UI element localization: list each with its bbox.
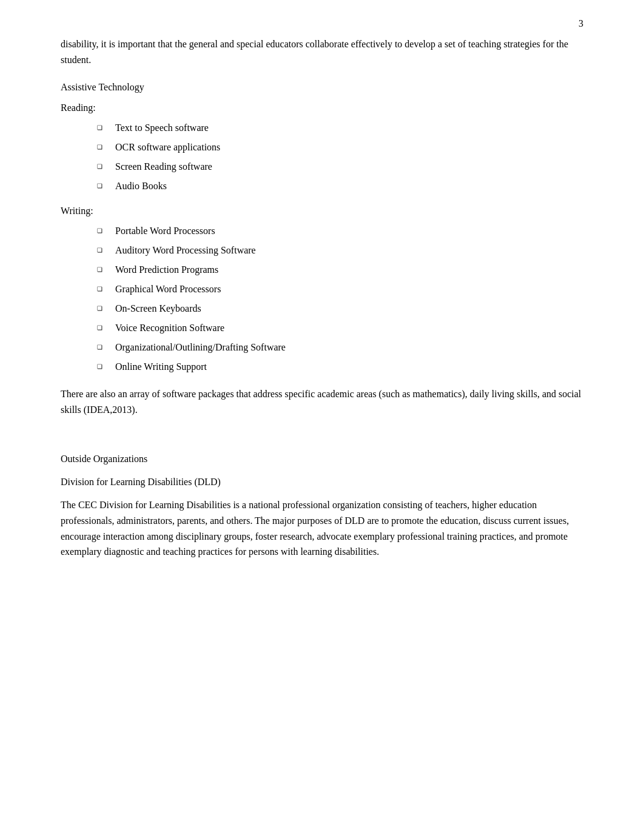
bullet-icon: ❏ (97, 123, 107, 132)
bullet-icon: ❏ (97, 246, 107, 255)
bullet-icon: ❏ (97, 304, 107, 313)
list-item: ❏ Portable Word Processors (97, 224, 583, 238)
list-item: ❏ Voice Recognition Software (97, 321, 583, 335)
writing-item-6: Voice Recognition Software (115, 321, 224, 335)
list-item: ❏ Graphical Word Processors (97, 282, 583, 297)
bullet-icon: ❏ (97, 143, 107, 152)
bullet-icon: ❏ (97, 362, 107, 371)
writing-item-7: Organizational/Outlining/Drafting Softwa… (115, 340, 286, 355)
list-item: ❏ Screen Reading software (97, 159, 583, 174)
bullet-icon: ❏ (97, 343, 107, 352)
page-number: 3 (579, 18, 583, 29)
list-item: ❏ OCR software applications (97, 140, 583, 155)
bullet-icon: ❏ (97, 284, 107, 293)
list-item: ❏ Text to Speech software (97, 121, 583, 135)
bullet-icon: ❏ (97, 265, 107, 274)
writing-item-5: On-Screen Keyboards (115, 301, 201, 316)
reading-item-1: Text to Speech software (115, 121, 209, 135)
writing-item-4: Graphical Word Processors (115, 282, 221, 297)
list-item: ❏ Auditory Word Processing Software (97, 243, 583, 258)
assistive-tech-heading: Assistive Technology (61, 82, 583, 93)
list-item: ❏ Online Writing Support (97, 360, 583, 374)
reading-list: ❏ Text to Speech software ❏ OCR software… (97, 121, 583, 193)
list-item: ❏ On-Screen Keyboards (97, 301, 583, 316)
writing-item-3: Word Prediction Programs (115, 263, 218, 277)
bullet-icon: ❏ (97, 162, 107, 171)
list-item: ❏ Organizational/Outlining/Drafting Soft… (97, 340, 583, 355)
outside-org-heading: Outside Organizations (61, 454, 583, 464)
reading-heading: Reading: (61, 102, 583, 113)
writing-list: ❏ Portable Word Processors ❏ Auditory Wo… (97, 224, 583, 374)
reading-item-4: Audio Books (115, 179, 167, 193)
page: 3 disability, it is important that the g… (0, 0, 644, 835)
list-item: ❏ Audio Books (97, 179, 583, 193)
bullet-icon: ❏ (97, 181, 107, 190)
bullet-icon: ❏ (97, 226, 107, 235)
writing-heading: Writing: (61, 206, 583, 216)
dld-heading: Division for Learning Disabilities (DLD) (61, 477, 583, 488)
bullet-icon: ❏ (97, 323, 107, 332)
intro-paragraph: disability, it is important that the gen… (61, 36, 583, 67)
list-item: ❏ Word Prediction Programs (97, 263, 583, 277)
writing-item-8: Online Writing Support (115, 360, 207, 374)
writing-item-1: Portable Word Processors (115, 224, 215, 238)
reading-item-3: Screen Reading software (115, 159, 212, 174)
reading-item-2: OCR software applications (115, 140, 220, 155)
dld-paragraph: The CEC Division for Learning Disabiliti… (61, 497, 583, 559)
writing-item-2: Auditory Word Processing Software (115, 243, 256, 258)
closing-paragraph: There are also an array of software pack… (61, 386, 583, 417)
